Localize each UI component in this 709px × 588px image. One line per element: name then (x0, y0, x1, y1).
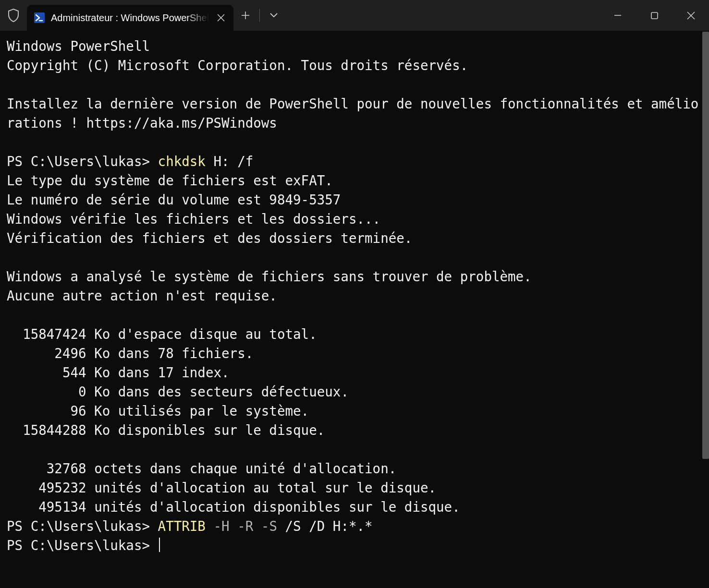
command-flag: -S (253, 518, 277, 534)
chevron-down-icon (269, 12, 278, 18)
maximize-button[interactable] (636, 0, 672, 31)
terminal-line: Windows vérifie les fichiers et les doss… (7, 211, 380, 227)
terminal-area[interactable]: Windows PowerShell Copyright (C) Microso… (0, 31, 709, 588)
terminal-line: 96 Ko utilisés par le système. (7, 403, 309, 419)
command-name: chkdsk (158, 154, 206, 169)
new-tab-button[interactable] (233, 0, 257, 31)
maximize-icon (651, 12, 658, 19)
active-tab[interactable]: Administrateur : Windows PowerShell (27, 5, 233, 31)
cursor (159, 538, 160, 552)
prompt-prefix: PS C:\Users\lukas> (7, 538, 158, 553)
title-bar: Administrateur : Windows PowerShell (0, 0, 709, 31)
admin-shield-icon (0, 9, 27, 22)
command-args: /S /D H:*.* (277, 518, 373, 534)
command-args: H: /f (206, 154, 253, 169)
svg-rect-7 (651, 12, 658, 19)
terminal-line: 15844288 Ko disponibles sur le disque. (7, 422, 325, 438)
terminal-line: 2496 Ko dans 78 fichiers. (7, 346, 253, 361)
terminal-output[interactable]: Windows PowerShell Copyright (C) Microso… (0, 31, 709, 561)
command-name: ATTRIB (158, 518, 206, 534)
close-window-button[interactable] (672, 0, 709, 31)
scrollbar-thumb[interactable] (702, 32, 709, 459)
terminal-line: 32768 octets dans chaque unité d'allocat… (7, 461, 396, 476)
window-controls (599, 0, 709, 31)
plus-icon (241, 11, 250, 20)
terminal-line: Windows PowerShell (7, 38, 150, 54)
prompt-prefix: PS C:\Users\lukas> (7, 518, 158, 534)
terminal-line: Vérification des fichiers et des dossier… (7, 230, 412, 246)
tab-actions (233, 0, 286, 31)
powershell-icon (34, 12, 45, 24)
title-bar-left: Administrateur : Windows PowerShell (0, 0, 286, 31)
terminal-line: 15847424 Ko d'espace disque au total. (7, 326, 317, 342)
terminal-line: Copyright (C) Microsoft Corporation. Tou… (7, 58, 468, 73)
terminal-line: Installez la dernière version de PowerSh… (7, 96, 698, 131)
terminal-line: 0 Ko dans des secteurs défectueux. (7, 384, 349, 399)
terminal-line: 495232 unités d'allocation au total sur … (7, 480, 436, 495)
minimize-button[interactable] (599, 0, 636, 31)
tab-dropdown-button[interactable] (262, 0, 286, 31)
terminal-line: Windows a analysé le système de fichiers… (7, 269, 532, 284)
divider (259, 9, 260, 22)
close-icon (217, 14, 225, 22)
terminal-line: 544 Ko dans 17 index. (7, 365, 230, 380)
terminal-line: Le numéro de série du volume est 9849-53… (7, 192, 341, 207)
prompt-prefix: PS C:\Users\lukas> (7, 154, 158, 169)
close-icon (687, 12, 695, 20)
minimize-icon (614, 12, 622, 19)
command-flag: -H (206, 518, 230, 534)
terminal-line: 495134 unités d'allocation disponibles s… (7, 499, 460, 515)
terminal-line: Le type du système de fichiers est exFAT… (7, 173, 333, 188)
command-flag: -R (230, 518, 254, 534)
tab-title: Administrateur : Windows PowerShell (51, 12, 209, 24)
title-bar-drag-area[interactable] (286, 0, 599, 31)
terminal-line: Aucune autre action n'est requise. (7, 288, 277, 303)
tab-close-button[interactable] (212, 9, 230, 26)
